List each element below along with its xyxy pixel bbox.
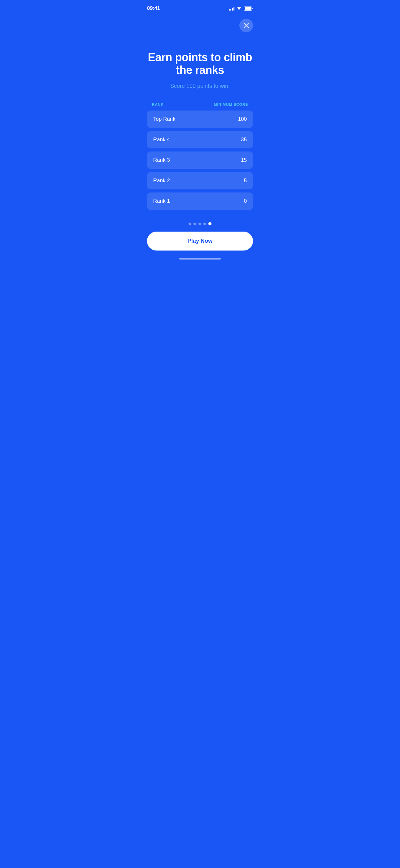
dot-2[interactable] [194, 223, 196, 225]
rank-row-2: Rank 2 5 [147, 172, 253, 189]
status-icons [229, 6, 253, 11]
hero-subtitle: Score 100 points to win. [147, 82, 253, 90]
close-icon [243, 23, 249, 28]
rank-row-3: Rank 3 15 [147, 152, 253, 169]
rank-score-3: 15 [241, 157, 247, 163]
score-header-label: MINIMUM SCORE [214, 102, 248, 107]
rank-name-1: Rank 1 [153, 198, 170, 204]
rank-row-1: Rank 1 0 [147, 192, 253, 210]
rank-name-4: Rank 4 [153, 136, 170, 143]
play-btn-container: Play Now [139, 231, 261, 255]
rank-header-label: RANK [152, 102, 164, 107]
signal-bar-2 [230, 9, 231, 10]
rank-score-top: 100 [238, 116, 247, 122]
rank-row-top: Top Rank 100 [147, 111, 253, 128]
screen: 09:41 [139, 0, 261, 262]
dot-3[interactable] [198, 223, 201, 225]
pagination-dots [147, 215, 253, 231]
ranks-table-header: RANK MINIMUM SCORE [147, 102, 253, 107]
signal-bar-4 [233, 7, 234, 10]
rank-score-2: 5 [244, 178, 247, 184]
home-bar [179, 258, 221, 259]
rank-row-4: Rank 4 35 [147, 131, 253, 148]
close-button[interactable] [239, 19, 253, 32]
dot-5-active[interactable] [208, 222, 211, 225]
rank-name-2: Rank 2 [153, 178, 170, 184]
battery-icon [244, 6, 253, 10]
close-btn-container [139, 15, 261, 32]
rank-name-3: Rank 3 [153, 157, 170, 163]
signal-icon [229, 6, 234, 10]
status-time: 09:41 [147, 5, 160, 11]
hero-title: Earn points to climb the ranks [147, 51, 253, 77]
home-indicator [139, 255, 261, 262]
rank-score-1: 0 [244, 198, 247, 204]
hero-section: Earn points to climb the ranks Score 100… [147, 32, 253, 100]
rank-score-4: 35 [241, 136, 247, 143]
signal-bar-3 [232, 8, 233, 10]
signal-bar-1 [229, 9, 230, 10]
wifi-icon [236, 6, 242, 11]
dot-4[interactable] [203, 223, 206, 225]
rank-name-top: Top Rank [153, 116, 175, 122]
dot-1[interactable] [189, 223, 191, 225]
status-bar: 09:41 [139, 0, 261, 15]
ranks-section: RANK MINIMUM SCORE Top Rank 100 Rank 4 3… [147, 102, 253, 213]
main-content: Earn points to climb the ranks Score 100… [139, 32, 261, 231]
play-now-button[interactable]: Play Now [147, 231, 253, 251]
